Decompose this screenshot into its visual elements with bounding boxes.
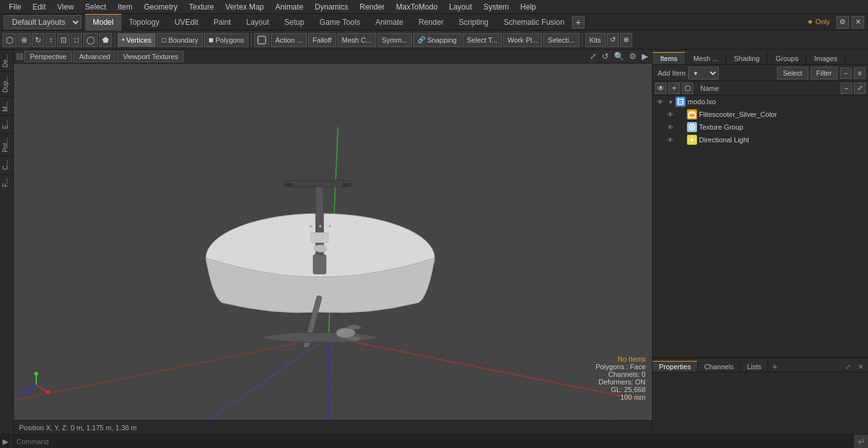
tool-snap-btn[interactable]: ⊡ — [57, 33, 70, 47]
eye-directional-light[interactable]: 👁 — [665, 135, 675, 145]
sync-btn[interactable]: ↺ — [607, 33, 619, 47]
bp-add-button[interactable]: + — [768, 362, 781, 372]
layout-close-button[interactable]: ✕ — [851, 16, 864, 29]
layout-tab-setup[interactable]: Setup — [276, 14, 311, 31]
layout-tab-model[interactable]: Model — [85, 14, 121, 31]
add-item-dropdown[interactable]: ▾ — [688, 67, 719, 79]
kits-btn[interactable]: Kits — [585, 33, 606, 47]
command-input[interactable] — [14, 438, 851, 445]
advanced-btn[interactable]: Advanced — [73, 51, 116, 62]
layout-tab-layout[interactable]: Layout — [238, 14, 276, 31]
rp-tab-images[interactable]: Images — [806, 53, 845, 64]
viewport-canvas[interactable]: No Items Polygons : Face Channels: 0 Def… — [14, 64, 652, 420]
vp-icon-settings[interactable]: ⚙ — [628, 51, 638, 61]
tool-icon1-btn[interactable] — [254, 33, 269, 47]
tool-toggle3-btn[interactable]: ⬟ — [99, 33, 112, 47]
command-submit-button[interactable]: ↵ — [854, 435, 868, 449]
eye-flitescooter[interactable]: 👁 — [665, 109, 675, 119]
select-t-btn[interactable]: Select T... — [463, 33, 502, 47]
filter-button[interactable]: Filter — [811, 67, 837, 79]
sidebar-tab-e[interactable]: E... — [0, 115, 13, 133]
sidebar-tab-pol[interactable]: Pol... — [0, 133, 13, 156]
symm-btn[interactable]: Symm... — [377, 33, 412, 47]
items-lock-btn[interactable]: + — [668, 83, 680, 94]
menu-item[interactable]: Item — [112, 1, 137, 13]
menu-geometry[interactable]: Geometry — [139, 1, 183, 13]
rp-tab-groups[interactable]: Groups — [768, 53, 806, 64]
action-btn[interactable]: Action ... — [271, 33, 307, 47]
command-toggle[interactable]: ▶ — [0, 435, 11, 449]
layout-tab-gametools[interactable]: Game Tools — [312, 14, 368, 31]
select-button[interactable]: Select — [777, 67, 808, 79]
tree-item-modo-lxo[interactable]: 👁 ▾ modo.lxo — [653, 95, 868, 108]
arrow-modo-lxo[interactable]: ▾ — [667, 98, 674, 105]
layout-add-button[interactable]: + — [572, 16, 585, 29]
menu-vertex-map[interactable]: Vertex Map — [220, 1, 269, 13]
sidebar-tab-m[interactable]: M... — [0, 97, 13, 116]
vp-icon-refresh[interactable]: ↺ — [600, 51, 610, 61]
menu-animate[interactable]: Animate — [270, 1, 308, 13]
menu-help[interactable]: Help — [515, 1, 541, 13]
items-resize-btn[interactable]: ⤢ — [854, 83, 865, 94]
rp-tab-shading[interactable]: Shading — [726, 53, 768, 64]
layout-selector[interactable]: Default Layouts — [4, 15, 81, 29]
layout-tab-paint[interactable]: Paint — [206, 14, 238, 31]
bp-tab-properties[interactable]: Properties — [653, 361, 698, 372]
tool-rotate-btn[interactable]: ↻ — [32, 33, 44, 47]
vp-icon-more[interactable]: ▶ — [641, 51, 649, 61]
menu-texture[interactable]: Texture — [184, 1, 219, 13]
sidebar-tab-de[interactable]: De... — [0, 50, 13, 71]
mode-vertices-btn[interactable]: • Vertices — [118, 33, 156, 47]
sidebar-tab-c[interactable]: C... — [0, 156, 13, 174]
menu-render[interactable]: Render — [355, 1, 390, 13]
layout-tab-render[interactable]: Render — [411, 14, 451, 31]
menu-select[interactable]: Select — [80, 1, 111, 13]
menu-view[interactable]: View — [52, 1, 79, 13]
menu-layout[interactable]: Layout — [444, 1, 477, 13]
items-settings-btn[interactable]: − — [841, 83, 852, 94]
layout-tab-animate[interactable]: Animate — [368, 14, 411, 31]
tree-item-texture-group[interactable]: 👁 Texture Group — [653, 121, 868, 133]
layout-tab-scripting[interactable]: Scripting — [451, 14, 496, 31]
bp-resize-icon[interactable]: ⤢ — [843, 362, 853, 372]
items-collapse-btn[interactable]: − — [840, 67, 851, 79]
viewport-textures-btn[interactable]: Viewport Textures — [117, 51, 184, 62]
selecti-btn[interactable]: Selecti... — [543, 33, 579, 47]
tree-item-directional-light[interactable]: 👁 Directional Light — [653, 133, 868, 146]
layout-tab-topology[interactable]: Topology — [121, 14, 167, 31]
menu-system[interactable]: System — [478, 1, 514, 13]
eye-texture-group[interactable]: 👁 — [665, 122, 675, 132]
tree-item-flitescooter[interactable]: 👁 Flitescooter_Silver_Color — [653, 108, 868, 121]
bp-close-icon[interactable]: ✕ — [855, 362, 865, 372]
tool-select-btn[interactable]: ⬡ — [3, 33, 17, 47]
perspective-btn[interactable]: Perspective — [24, 51, 72, 62]
bp-tab-lists[interactable]: Lists — [741, 362, 769, 372]
items-visibility-btn[interactable]: 👁 — [655, 83, 667, 94]
menu-dynamics[interactable]: Dynamics — [309, 1, 353, 13]
work-pl-btn[interactable]: Work Pl... — [503, 33, 542, 47]
tool-toggle1-btn[interactable]: □ — [71, 33, 82, 47]
vp-icon-arrows[interactable]: ⤢ — [588, 51, 598, 61]
viewport-dot[interactable] — [17, 53, 23, 60]
items-group-btn[interactable]: ⬡ — [682, 83, 693, 94]
layout-settings-button[interactable]: ⚙ — [836, 16, 849, 29]
menu-edit[interactable]: Edit — [27, 1, 51, 13]
snapping-btn[interactable]: 🔗 Snapping — [413, 33, 461, 47]
bp-tab-channels[interactable]: Channels — [698, 362, 740, 372]
rp-tab-mesh[interactable]: Mesh ... — [686, 53, 726, 64]
eye-modo-lxo[interactable]: 👁 — [655, 97, 665, 107]
mode-polygons-btn[interactable]: ◼ Polygons — [204, 33, 248, 47]
layout-tab-schematic[interactable]: Schematic Fusion — [496, 14, 572, 31]
falloff-btn[interactable]: Falloff — [308, 33, 336, 47]
sidebar-tab-dup[interactable]: Dup... — [0, 71, 13, 97]
sidebar-tab-f[interactable]: F... — [0, 174, 13, 191]
global-btn[interactable]: ⊕ — [620, 33, 632, 47]
vp-icon-search[interactable]: 🔍 — [613, 51, 625, 61]
items-expand-btn[interactable]: ≡ — [854, 67, 865, 79]
layout-tab-uvedit[interactable]: UVEdit — [167, 14, 206, 31]
mesh-c-btn[interactable]: Mesh C... — [337, 33, 376, 47]
menu-file[interactable]: File — [4, 1, 26, 13]
mode-boundary-btn[interactable]: ◻ Boundary — [157, 33, 203, 47]
tool-toggle2-btn[interactable]: ◯ — [83, 33, 98, 47]
menu-maxtomodo[interactable]: MaxToModo — [391, 1, 442, 13]
